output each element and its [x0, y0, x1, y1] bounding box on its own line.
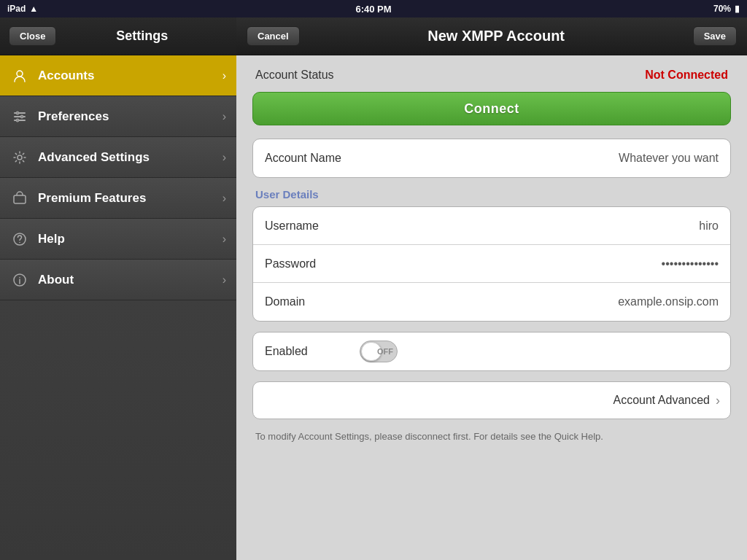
username-value: hiro [360, 219, 719, 233]
svg-point-12 [19, 276, 20, 278]
advanced-settings-chevron-icon: › [222, 151, 226, 164]
sidebar-item-help-label: Help [38, 232, 222, 246]
content-area: Account Status Not Connected Connect Acc… [236, 55, 747, 560]
premium-features-icon [10, 189, 29, 208]
sidebar-item-help[interactable]: Help › [0, 219, 236, 260]
domain-row: Domain example.onsip.com [253, 283, 730, 321]
help-icon [10, 230, 29, 249]
sidebar-item-advanced-settings-label: Advanced Settings [38, 150, 222, 165]
main-header: Cancel New XMPP Account Save [236, 18, 747, 55]
help-chevron-icon: › [222, 233, 226, 246]
sidebar-item-about-label: About [38, 273, 222, 287]
svg-point-5 [20, 115, 23, 118]
close-button[interactable]: Close [9, 26, 56, 46]
enabled-toggle-container[interactable]: OFF [360, 341, 398, 362]
account-name-value: Whatever you want [360, 152, 719, 165]
svg-point-10 [19, 241, 20, 243]
battery-label: 70% [713, 4, 731, 14]
svg-rect-2 [14, 116, 26, 117]
account-name-label: Account Name [265, 152, 360, 165]
sidebar-header: Close Settings [0, 18, 236, 55]
account-advanced-label: Account Advanced [613, 394, 710, 407]
svg-rect-3 [14, 120, 26, 121]
user-details-title: User Details [255, 188, 728, 201]
password-value: •••••••••••••• [360, 257, 719, 271]
status-time: 6:40 PM [355, 4, 391, 15]
sidebar-item-premium-features[interactable]: Premium Features › [0, 178, 236, 219]
sidebar-item-preferences[interactable]: Preferences › [0, 96, 236, 137]
domain-label: Domain [265, 295, 360, 308]
about-chevron-icon: › [222, 273, 226, 287]
svg-point-4 [16, 112, 19, 114]
account-status-value: Not Connected [645, 69, 728, 82]
domain-value: example.onsip.com [360, 295, 719, 308]
cancel-button[interactable]: Cancel [247, 26, 300, 46]
enabled-label: Enabled [265, 345, 360, 358]
preferences-icon [10, 107, 29, 126]
sidebar-item-preferences-label: Preferences [38, 109, 222, 124]
toggle-off-label: OFF [377, 347, 393, 356]
sidebar: Close Settings Accounts › [0, 18, 236, 560]
password-row: Password •••••••••••••• [253, 245, 730, 283]
status-left: iPad ▲ [7, 4, 38, 14]
sidebar-item-premium-features-label: Premium Features [38, 191, 222, 206]
accounts-chevron-icon: › [222, 69, 226, 82]
svg-point-7 [18, 155, 22, 160]
connect-button[interactable]: Connect [252, 92, 731, 125]
main-title: New XMPP Account [300, 28, 693, 44]
account-advanced-row[interactable]: Account Advanced › [252, 381, 731, 419]
sidebar-item-advanced-settings[interactable]: Advanced Settings › [0, 137, 236, 178]
enabled-row: Enabled OFF [253, 332, 730, 370]
password-label: Password [265, 257, 360, 271]
wifi-icon: ▲ [29, 4, 38, 14]
account-status-label: Account Status [255, 69, 334, 82]
main-panel: Cancel New XMPP Account Save Account Sta… [236, 18, 747, 560]
battery-icon: ▮ [735, 4, 740, 14]
sidebar-spacer [0, 300, 236, 560]
account-name-row: Account Name Whatever you want [253, 139, 730, 177]
ipad-label: iPad [7, 4, 26, 14]
accounts-icon [10, 66, 29, 85]
preferences-chevron-icon: › [222, 110, 226, 123]
svg-point-6 [16, 119, 19, 122]
save-button[interactable]: Save [693, 26, 737, 46]
user-details-card: Username hiro Password •••••••••••••• Do… [252, 206, 731, 322]
username-label: Username [265, 219, 360, 233]
svg-rect-1 [14, 112, 26, 114]
account-advanced-chevron-icon: › [716, 393, 720, 408]
status-bar: iPad ▲ 6:40 PM 70% ▮ [0, 0, 747, 18]
status-right: 70% ▮ [713, 4, 740, 14]
account-name-card: Account Name Whatever you want [252, 139, 731, 178]
about-icon [10, 271, 29, 289]
account-status-row: Account Status Not Connected [252, 69, 731, 82]
username-row: Username hiro [253, 207, 730, 245]
svg-point-0 [17, 71, 23, 77]
sidebar-item-accounts[interactable]: Accounts › [0, 55, 236, 96]
svg-rect-8 [14, 195, 26, 203]
sidebar-item-about[interactable]: About › [0, 260, 236, 300]
enabled-card: Enabled OFF [252, 332, 731, 371]
help-text: To modify Account Settings, please disco… [252, 429, 731, 444]
enabled-toggle[interactable]: OFF [360, 341, 398, 362]
advanced-settings-icon [10, 148, 29, 167]
app-container: Close Settings Accounts › [0, 18, 747, 560]
sidebar-title: Settings [56, 28, 228, 44]
premium-features-chevron-icon: › [222, 192, 226, 205]
sidebar-item-accounts-label: Accounts [38, 69, 222, 83]
